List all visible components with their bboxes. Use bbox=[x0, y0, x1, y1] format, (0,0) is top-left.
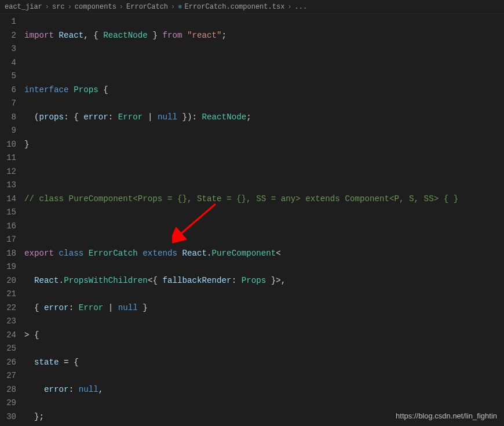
code-line[interactable]: } bbox=[24, 138, 504, 152]
line-number: 18 bbox=[0, 247, 16, 261]
line-number: 5 bbox=[0, 70, 16, 83]
breadcrumb-item[interactable]: components bbox=[75, 3, 116, 11]
code-line[interactable]: error: null, bbox=[24, 383, 504, 397]
line-number: 26 bbox=[0, 356, 16, 370]
code-content[interactable]: import React, { ReactNode } from "react"… bbox=[24, 14, 504, 426]
breadcrumb-item[interactable]: eact_jiar bbox=[5, 3, 42, 11]
line-number: 2 bbox=[0, 29, 16, 43]
line-number: 9 bbox=[0, 124, 16, 138]
line-number: 14 bbox=[0, 192, 16, 206]
line-number: 16 bbox=[0, 220, 16, 234]
line-number: 22 bbox=[0, 301, 16, 315]
chevron-right-icon: › bbox=[171, 3, 175, 11]
line-number: 8 bbox=[0, 111, 16, 125]
code-line[interactable]: > { bbox=[24, 329, 504, 343]
code-line[interactable]: import React, { ReactNode } from "react"… bbox=[24, 29, 504, 43]
code-line[interactable]: export class ErrorCatch extends React.Pu… bbox=[24, 247, 504, 261]
line-number: 19 bbox=[0, 260, 16, 274]
code-line[interactable]: state = { bbox=[24, 356, 504, 370]
line-number: 25 bbox=[0, 342, 16, 356]
code-line[interactable] bbox=[24, 220, 504, 234]
line-number: 6 bbox=[0, 83, 16, 97]
line-number: 13 bbox=[0, 179, 16, 192]
chevron-right-icon: › bbox=[45, 3, 49, 11]
chevron-right-icon: › bbox=[68, 3, 72, 11]
line-number: 3 bbox=[0, 42, 16, 56]
line-number: 27 bbox=[0, 369, 16, 383]
breadcrumb-item[interactable]: src bbox=[52, 3, 65, 11]
line-number: 20 bbox=[0, 274, 16, 288]
code-line[interactable] bbox=[24, 165, 504, 179]
line-number: 21 bbox=[0, 287, 16, 301]
line-number: 12 bbox=[0, 165, 16, 179]
code-editor[interactable]: 1 2 3 4 5 6 7 8 9 10 11 12 13 14 15 16 1… bbox=[0, 14, 504, 426]
code-line[interactable]: interface Props { bbox=[24, 83, 504, 97]
code-line[interactable] bbox=[24, 56, 504, 70]
breadcrumb-item[interactable]: ErrorCatch bbox=[126, 3, 168, 11]
code-line[interactable]: React.PropsWithChildren<{ fallbackRender… bbox=[24, 274, 504, 288]
line-number: 29 bbox=[0, 396, 16, 410]
line-number: 10 bbox=[0, 138, 16, 152]
watermark-text: https://blog.csdn.net/lin_fightin bbox=[396, 412, 497, 420]
line-number: 30 bbox=[0, 410, 16, 424]
code-line[interactable]: { error: Error | null } bbox=[24, 301, 504, 315]
line-number: 15 bbox=[0, 206, 16, 220]
line-number: 17 bbox=[0, 233, 16, 247]
line-number: 7 bbox=[0, 97, 16, 111]
line-number: 11 bbox=[0, 151, 16, 165]
react-file-icon: ⚛ bbox=[178, 2, 182, 11]
chevron-right-icon: › bbox=[287, 3, 291, 11]
breadcrumb-item[interactable]: ... bbox=[295, 3, 308, 11]
code-line[interactable]: (props: { error: Error | null }): ReactN… bbox=[24, 111, 504, 125]
line-number: 23 bbox=[0, 315, 16, 329]
line-number-gutter: 1 2 3 4 5 6 7 8 9 10 11 12 13 14 15 16 1… bbox=[0, 14, 24, 426]
breadcrumb: eact_jiar › src › components › ErrorCatc… bbox=[0, 0, 504, 14]
code-line[interactable]: // class PureComponent<Props = {}, State… bbox=[24, 192, 504, 206]
chevron-right-icon: › bbox=[119, 3, 123, 11]
line-number: 4 bbox=[0, 56, 16, 70]
line-number: 28 bbox=[0, 383, 16, 397]
line-number: 1 bbox=[0, 15, 16, 29]
line-number: 24 bbox=[0, 329, 16, 343]
breadcrumb-item[interactable]: ErrorCatch.component.tsx bbox=[185, 3, 285, 11]
